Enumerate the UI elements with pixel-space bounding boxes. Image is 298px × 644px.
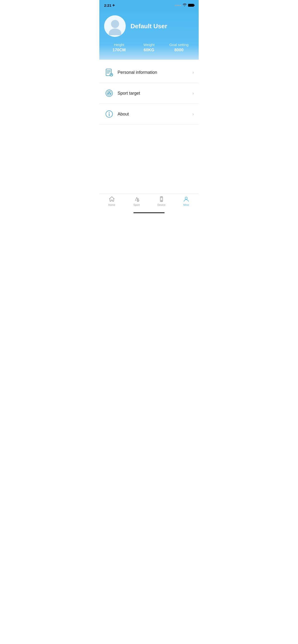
signal-dots [175,5,181,6]
nav-item-sport[interactable]: Sport [124,196,149,206]
svg-point-13 [108,93,109,94]
status-bar: 2:21 ✈ [99,0,199,10]
location-icon: ✈ [112,4,115,7]
sport-target-chevron: › [192,91,194,96]
svg-point-8 [106,90,112,96]
menu-item-personal-information[interactable]: Personal information › [99,62,199,83]
personal-info-label: Personal information [117,70,192,75]
avatar [104,15,126,37]
menu-item-about[interactable]: About › [99,104,199,124]
bottom-nav: Home Sport Device [99,194,199,215]
height-value: 170CM [104,48,134,52]
nav-item-mine[interactable]: Mine [174,196,199,206]
time-display: 2:21 [104,3,111,8]
stat-weight: Weight 60KG [134,43,164,52]
stat-goal: Goal setting 8000 [164,43,194,52]
goal-value: 8000 [164,48,194,52]
nav-item-device[interactable]: Device [149,196,174,206]
sport-target-label: Sport target [117,91,192,96]
svg-point-0 [111,20,119,28]
stat-height: Height 170CM [104,43,134,52]
about-icon [104,109,114,119]
svg-point-1 [109,28,121,35]
profile-top: Default User [104,15,194,37]
sport-nav-label: Sport [133,204,140,206]
mine-nav-icon [183,196,190,202]
username: Default User [130,22,167,30]
svg-point-21 [185,197,187,199]
battery-icon [188,4,194,7]
about-label: About [117,112,192,117]
svg-point-16 [109,112,110,113]
svg-rect-18 [160,197,163,202]
personal-info-icon [104,67,114,78]
status-right-icons [175,3,194,8]
personal-info-chevron: › [192,70,194,75]
status-time: 2:21 ✈ [104,3,115,8]
home-nav-icon [108,196,115,202]
stats-row: Height 170CM Weight 60KG Goal setting 80… [104,43,194,52]
sport-target-icon [104,88,114,98]
about-chevron: › [192,112,194,117]
home-indicator [133,212,165,213]
menu-list: Personal information › Sport target › [99,60,199,124]
wifi-icon [183,3,187,8]
svg-point-11 [109,92,110,93]
svg-point-19 [161,200,162,201]
svg-point-12 [110,93,111,94]
device-nav-icon [158,196,165,202]
menu-item-sport-target[interactable]: Sport target › [99,83,199,104]
home-nav-label: Home [108,204,115,206]
nav-item-home[interactable]: Home [99,196,124,206]
profile-header: Default User Height 170CM Weight 60KG Go… [99,10,199,60]
device-nav-label: Device [158,204,166,206]
height-label: Height [104,43,134,47]
mine-nav-label: Mine [183,204,189,206]
sport-nav-icon [133,196,140,202]
goal-label: Goal setting [164,43,194,47]
weight-label: Weight [134,43,164,47]
weight-value: 60KG [134,48,164,52]
